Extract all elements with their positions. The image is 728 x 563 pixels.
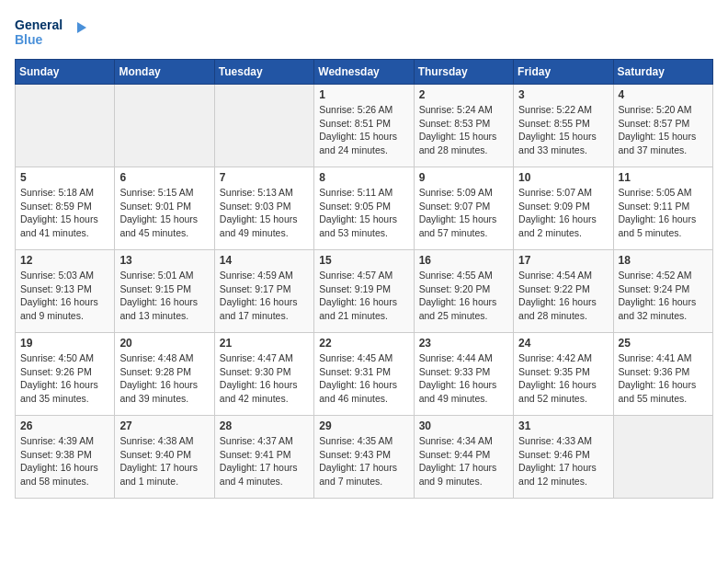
header-saturday: Saturday: [613, 60, 712, 85]
calendar-cell: [214, 85, 313, 167]
day-number: 14: [220, 254, 309, 267]
day-number: 1: [319, 88, 408, 101]
day-info: Sunrise: 5:15 AM Sunset: 9:01 PM Dayligh…: [119, 186, 209, 240]
header-thursday: Thursday: [414, 60, 513, 85]
calendar-cell: 24Sunrise: 4:42 AM Sunset: 9:35 PM Dayli…: [514, 333, 613, 416]
day-number: 28: [220, 419, 309, 432]
svg-marker-2: [77, 22, 86, 33]
calendar-cell: [16, 85, 115, 167]
day-number: 17: [518, 254, 608, 267]
calendar-cell: 1Sunrise: 5:26 AM Sunset: 8:51 PM Daylig…: [314, 85, 414, 167]
calendar-cell: 2Sunrise: 5:24 AM Sunset: 8:53 PM Daylig…: [414, 85, 513, 167]
day-number: 6: [119, 171, 209, 184]
calendar-cell: 31Sunrise: 4:33 AM Sunset: 9:46 PM Dayli…: [514, 416, 613, 499]
day-info: Sunrise: 4:34 AM Sunset: 9:44 PM Dayligh…: [419, 434, 508, 488]
svg-text:Blue: Blue: [15, 32, 43, 47]
day-info: Sunrise: 5:07 AM Sunset: 9:09 PM Dayligh…: [518, 186, 608, 240]
day-info: Sunrise: 4:59 AM Sunset: 9:17 PM Dayligh…: [220, 269, 309, 323]
day-number: 27: [119, 419, 209, 432]
day-info: Sunrise: 5:18 AM Sunset: 8:59 PM Dayligh…: [20, 186, 109, 240]
calendar-cell: 23Sunrise: 4:44 AM Sunset: 9:33 PM Dayli…: [414, 333, 513, 416]
day-number: 25: [619, 337, 708, 350]
day-info: Sunrise: 4:52 AM Sunset: 9:24 PM Dayligh…: [619, 269, 708, 323]
day-info: Sunrise: 4:37 AM Sunset: 9:41 PM Dayligh…: [220, 434, 309, 488]
day-info: Sunrise: 5:20 AM Sunset: 8:57 PM Dayligh…: [619, 103, 708, 157]
day-info: Sunrise: 4:45 AM Sunset: 9:31 PM Dayligh…: [319, 351, 408, 406]
calendar-cell: 19Sunrise: 4:50 AM Sunset: 9:26 PM Dayli…: [16, 333, 115, 416]
calendar-cell: 22Sunrise: 4:45 AM Sunset: 9:31 PM Dayli…: [314, 333, 414, 416]
day-number: 2: [419, 88, 508, 101]
day-info: Sunrise: 5:03 AM Sunset: 9:13 PM Dayligh…: [20, 269, 109, 323]
day-number: 20: [119, 337, 209, 350]
calendar-cell: 27Sunrise: 4:38 AM Sunset: 9:40 PM Dayli…: [115, 416, 214, 499]
calendar-cell: 29Sunrise: 4:35 AM Sunset: 9:43 PM Dayli…: [314, 416, 414, 499]
calendar-cell: 6Sunrise: 5:15 AM Sunset: 9:01 PM Daylig…: [115, 167, 214, 250]
calendar-cell: 14Sunrise: 4:59 AM Sunset: 9:17 PM Dayli…: [214, 250, 313, 333]
calendar-header-row: SundayMondayTuesdayWednesdayThursdayFrid…: [16, 60, 713, 85]
header-tuesday: Tuesday: [214, 60, 313, 85]
header-monday: Monday: [115, 60, 214, 85]
day-info: Sunrise: 4:54 AM Sunset: 9:22 PM Dayligh…: [518, 269, 608, 323]
calendar-week-row: 1Sunrise: 5:26 AM Sunset: 8:51 PM Daylig…: [16, 85, 713, 167]
calendar-cell: 20Sunrise: 4:48 AM Sunset: 9:28 PM Dayli…: [115, 333, 214, 416]
day-number: 3: [518, 88, 608, 101]
day-info: Sunrise: 5:24 AM Sunset: 8:53 PM Dayligh…: [419, 103, 508, 157]
calendar-week-row: 12Sunrise: 5:03 AM Sunset: 9:13 PM Dayli…: [16, 250, 713, 333]
day-number: 21: [220, 337, 309, 350]
day-info: Sunrise: 5:22 AM Sunset: 8:55 PM Dayligh…: [518, 103, 608, 157]
calendar-cell: 10Sunrise: 5:07 AM Sunset: 9:09 PM Dayli…: [514, 167, 613, 250]
day-info: Sunrise: 5:05 AM Sunset: 9:11 PM Dayligh…: [619, 186, 708, 240]
calendar-cell: 4Sunrise: 5:20 AM Sunset: 8:57 PM Daylig…: [613, 85, 712, 167]
day-info: Sunrise: 5:13 AM Sunset: 9:03 PM Dayligh…: [220, 186, 309, 240]
logo-svg: General Blue: [15, 15, 88, 52]
day-info: Sunrise: 4:44 AM Sunset: 9:33 PM Dayligh…: [419, 351, 508, 406]
header-friday: Friday: [514, 60, 613, 85]
logo: General Blue: [15, 15, 88, 52]
day-info: Sunrise: 4:42 AM Sunset: 9:35 PM Dayligh…: [518, 351, 608, 406]
header-wednesday: Wednesday: [314, 60, 414, 85]
day-info: Sunrise: 4:35 AM Sunset: 9:43 PM Dayligh…: [319, 434, 408, 488]
day-number: 12: [20, 254, 109, 267]
calendar-cell: 25Sunrise: 4:41 AM Sunset: 9:36 PM Dayli…: [613, 333, 712, 416]
calendar-cell: [613, 416, 712, 499]
calendar-cell: 13Sunrise: 5:01 AM Sunset: 9:15 PM Dayli…: [115, 250, 214, 333]
calendar-cell: 8Sunrise: 5:11 AM Sunset: 9:05 PM Daylig…: [314, 167, 414, 250]
day-number: 26: [20, 419, 109, 432]
day-number: 31: [518, 419, 608, 432]
day-info: Sunrise: 5:01 AM Sunset: 9:15 PM Dayligh…: [119, 269, 209, 323]
day-number: 13: [119, 254, 209, 267]
day-info: Sunrise: 4:47 AM Sunset: 9:30 PM Dayligh…: [220, 351, 309, 406]
day-info: Sunrise: 4:39 AM Sunset: 9:38 PM Dayligh…: [20, 434, 109, 488]
header-sunday: Sunday: [16, 60, 115, 85]
calendar-cell: 17Sunrise: 4:54 AM Sunset: 9:22 PM Dayli…: [514, 250, 613, 333]
day-number: 11: [619, 171, 708, 184]
day-number: 23: [419, 337, 508, 350]
day-info: Sunrise: 4:55 AM Sunset: 9:20 PM Dayligh…: [419, 269, 508, 323]
svg-text:General: General: [15, 17, 63, 32]
calendar-cell: 21Sunrise: 4:47 AM Sunset: 9:30 PM Dayli…: [214, 333, 313, 416]
day-number: 22: [319, 337, 408, 350]
day-info: Sunrise: 5:09 AM Sunset: 9:07 PM Dayligh…: [419, 186, 508, 240]
day-info: Sunrise: 4:38 AM Sunset: 9:40 PM Dayligh…: [119, 434, 209, 488]
calendar-week-row: 5Sunrise: 5:18 AM Sunset: 8:59 PM Daylig…: [16, 167, 713, 250]
day-number: 29: [319, 419, 408, 432]
day-info: Sunrise: 4:41 AM Sunset: 9:36 PM Dayligh…: [619, 351, 708, 406]
day-number: 8: [319, 171, 408, 184]
calendar-cell: 11Sunrise: 5:05 AM Sunset: 9:11 PM Dayli…: [613, 167, 712, 250]
calendar-cell: 16Sunrise: 4:55 AM Sunset: 9:20 PM Dayli…: [414, 250, 513, 333]
calendar-cell: 28Sunrise: 4:37 AM Sunset: 9:41 PM Dayli…: [214, 416, 313, 499]
day-info: Sunrise: 4:50 AM Sunset: 9:26 PM Dayligh…: [20, 351, 109, 406]
calendar-cell: 12Sunrise: 5:03 AM Sunset: 9:13 PM Dayli…: [16, 250, 115, 333]
day-info: Sunrise: 4:33 AM Sunset: 9:46 PM Dayligh…: [518, 434, 608, 488]
calendar-cell: 5Sunrise: 5:18 AM Sunset: 8:59 PM Daylig…: [16, 167, 115, 250]
day-number: 7: [220, 171, 309, 184]
calendar-cell: 9Sunrise: 5:09 AM Sunset: 9:07 PM Daylig…: [414, 167, 513, 250]
day-number: 16: [419, 254, 508, 267]
page-header: General Blue: [15, 15, 713, 52]
calendar-table: SundayMondayTuesdayWednesdayThursdayFrid…: [15, 59, 713, 499]
calendar-cell: 18Sunrise: 4:52 AM Sunset: 9:24 PM Dayli…: [613, 250, 712, 333]
day-number: 24: [518, 337, 608, 350]
calendar-cell: 3Sunrise: 5:22 AM Sunset: 8:55 PM Daylig…: [514, 85, 613, 167]
day-number: 4: [619, 88, 708, 101]
day-info: Sunrise: 5:26 AM Sunset: 8:51 PM Dayligh…: [319, 103, 408, 157]
